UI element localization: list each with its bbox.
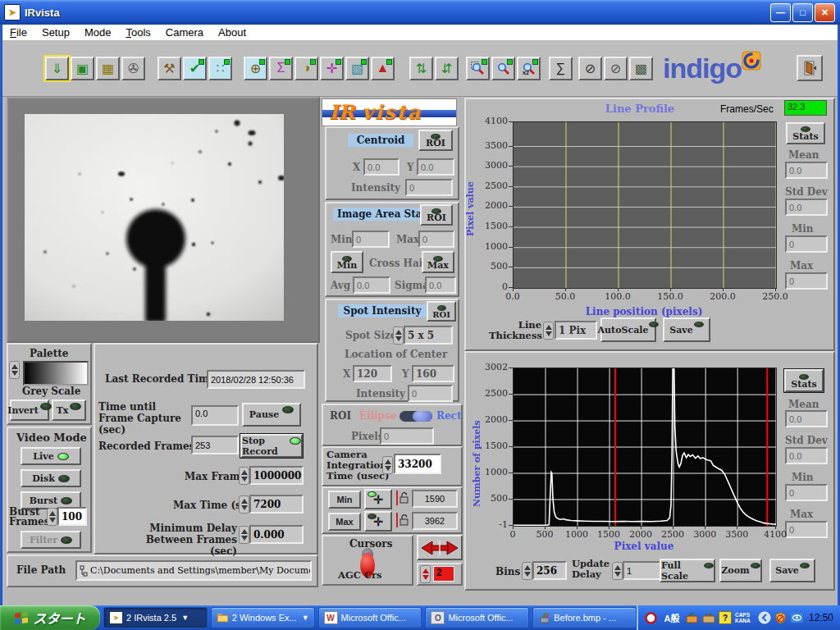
bad-pixel-button[interactable]: ∷: [208, 57, 232, 80]
ime-mode-indicator[interactable]: A般: [661, 611, 682, 624]
taskbar-task-2[interactable]: 2 Windows Ex...▼: [211, 607, 315, 628]
menu-item-tools[interactable]: Tools: [118, 25, 158, 39]
hist-stats-button[interactable]: Stats: [784, 369, 824, 392]
line-thickness-field[interactable]: 1 Pix: [555, 321, 597, 340]
filter-button[interactable]: Filter: [21, 531, 81, 549]
print-button[interactable]: ✇: [121, 57, 145, 80]
taskbar-task-1[interactable]: ➤2 IRvista 2.5▼: [103, 607, 208, 628]
taskbar-task-3[interactable]: WMicrosoft Offic...: [318, 607, 422, 628]
line-thickness-spinner[interactable]: [543, 322, 554, 340]
area-max-button[interactable]: Max: [422, 251, 454, 273]
roi-toggle-knob[interactable]: [413, 411, 432, 422]
menu-item-setup[interactable]: Setup: [34, 25, 77, 39]
cursor-max-move-button[interactable]: ✛: [364, 511, 392, 532]
bins-spinner[interactable]: [522, 562, 532, 580]
start-button[interactable]: スタート: [0, 605, 100, 630]
live-button[interactable]: Live: [21, 447, 81, 465]
toolbox-tray-icon[interactable]: [702, 611, 715, 624]
zoom-button-hist[interactable]: Zoom: [719, 559, 762, 582]
autoscale-button[interactable]: AutoScale: [600, 317, 656, 342]
spot-select-button[interactable]: ✛: [320, 57, 344, 80]
full-scale-button[interactable]: Full Scale: [660, 559, 715, 582]
minimize-button[interactable]: —: [770, 3, 791, 22]
camera-off2-button[interactable]: ⊘: [604, 57, 628, 80]
task-dropdown-icon[interactable]: ▼: [302, 614, 309, 622]
gauge-button[interactable]: ◑: [294, 57, 318, 80]
cursor-count-spinner[interactable]: [420, 565, 431, 583]
disk-button[interactable]: Disk: [21, 469, 81, 487]
stop-record-button[interactable]: Stop Record: [240, 434, 303, 458]
display-tray-icon[interactable]: [791, 611, 804, 624]
max-time-spinner[interactable]: [239, 495, 249, 514]
menu-item-file[interactable]: File: [2, 25, 34, 39]
area-roi-button[interactable]: ROI: [420, 204, 453, 226]
maximize-button[interactable]: □: [792, 3, 813, 22]
security-alert-tray-icon[interactable]: [774, 611, 788, 624]
integrate-button[interactable]: ∑: [549, 57, 573, 80]
menu-item-mode[interactable]: Mode: [77, 25, 119, 39]
bins-field[interactable]: 256: [532, 561, 567, 580]
spot-roi-button[interactable]: ROI: [427, 301, 456, 322]
scale-up-button[interactable]: ⇅: [409, 57, 433, 80]
palette-spinner[interactable]: [9, 361, 20, 379]
taskbar-task-5[interactable]: Before.bmp - ...: [532, 607, 637, 628]
spot-y-field[interactable]: 160: [412, 365, 454, 382]
save-config-button[interactable]: ▦: [96, 57, 120, 80]
titlebar[interactable]: ➤ IRvista — □ ✕: [0, 0, 840, 25]
scale-split-button[interactable]: ⇵: [435, 57, 459, 80]
area-select-button[interactable]: ⊕: [244, 57, 267, 80]
min-delay-field[interactable]: 0.000: [249, 525, 304, 544]
lp-stats-button[interactable]: Stats: [786, 122, 825, 144]
taskbar-task-4[interactable]: OMicrosoft Offic...: [425, 607, 529, 628]
cursor-max-button[interactable]: Max: [328, 513, 361, 531]
burst-frames-field[interactable]: 100: [57, 507, 87, 526]
cursor-min-field[interactable]: 1590: [412, 490, 458, 508]
update-delay-spinner[interactable]: [612, 562, 623, 580]
tx-button[interactable]: Tx: [52, 399, 86, 421]
camera-off-button[interactable]: ⊘: [578, 57, 602, 80]
invert-button[interactable]: Invert: [10, 399, 49, 421]
burst-frames-spinner[interactable]: [47, 508, 57, 526]
cursor-max-field[interactable]: 3962: [412, 512, 458, 530]
max-frames-spinner[interactable]: [239, 467, 249, 485]
keypad-button[interactable]: ▩: [629, 57, 653, 80]
surface-plot-button[interactable]: ▲: [371, 57, 395, 80]
save-frame-button[interactable]: ⇓: [45, 57, 69, 80]
collapse-tray-icon[interactable]: [758, 611, 771, 624]
centroid-roi-button[interactable]: ROI: [418, 130, 453, 151]
menu-item-camera[interactable]: Camera: [158, 25, 211, 39]
tools-button[interactable]: ⚒: [158, 57, 181, 80]
close-button[interactable]: ✕: [815, 3, 835, 22]
min-delay-spinner[interactable]: [239, 526, 249, 544]
cursor-count-field[interactable]: 2: [433, 566, 454, 582]
menu-item-about[interactable]: About: [211, 25, 253, 39]
media-player-tray-icon[interactable]: [645, 611, 658, 624]
integration-field[interactable]: 33200: [394, 454, 441, 474]
spot-x-field[interactable]: 120: [353, 365, 392, 382]
task-dropdown-icon[interactable]: ▼: [181, 614, 189, 622]
ime-pen-tray-icon[interactable]: [686, 611, 699, 624]
area-stats-button[interactable]: Σ: [269, 57, 293, 80]
cursor-jump-button[interactable]: [417, 535, 463, 560]
hist-save-button[interactable]: Save: [769, 559, 815, 582]
apply-correction-button[interactable]: ✔: [183, 57, 207, 80]
cursor-min-move-button[interactable]: ✛: [364, 489, 392, 509]
palette-gradient-strip[interactable]: [23, 361, 89, 386]
lp-save-button[interactable]: Save: [663, 317, 710, 342]
zoom-x2-button[interactable]: x2: [517, 57, 541, 80]
exit-button[interactable]: [797, 55, 823, 81]
ir-camera-image[interactable]: [25, 114, 284, 321]
cursor-min-button[interactable]: Min: [328, 491, 361, 509]
zoom-button[interactable]: [491, 57, 515, 80]
spot-size-field[interactable]: 5 x 5: [404, 326, 453, 345]
max-time-field[interactable]: 7200: [249, 495, 304, 514]
area-min-button[interactable]: Min: [331, 251, 363, 273]
roi-shape-toggle[interactable]: [399, 411, 432, 422]
max-frames-field[interactable]: 100000000: [249, 466, 304, 485]
image-histogram-button[interactable]: ▧: [345, 57, 369, 80]
spot-size-spinner[interactable]: [393, 326, 404, 345]
zoom-region-button[interactable]: [466, 57, 490, 80]
integration-spinner[interactable]: [382, 456, 393, 474]
help-tray-icon[interactable]: ?: [719, 611, 732, 624]
file-path-field[interactable]: C:\Documents and Settings\member\My Docu…: [75, 560, 312, 581]
